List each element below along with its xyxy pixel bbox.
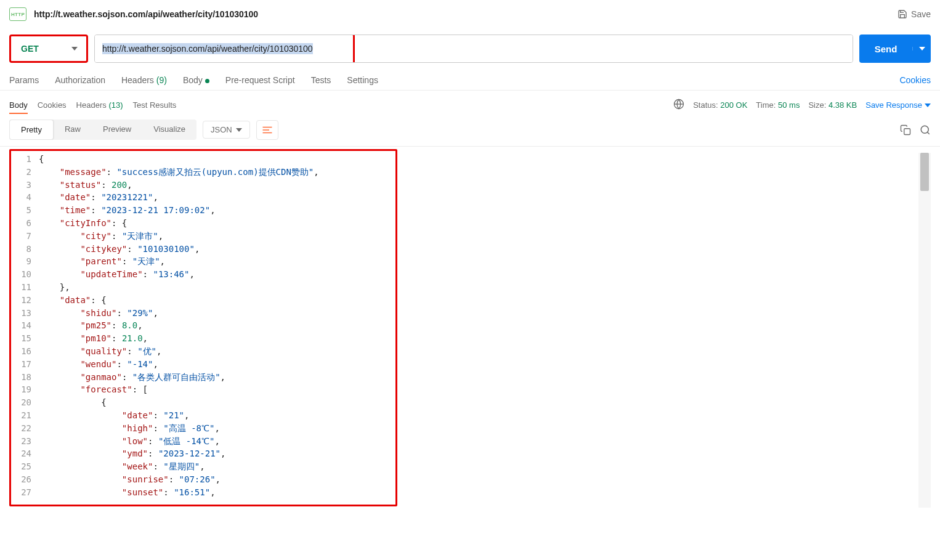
send-dropdown[interactable] [912,47,931,51]
svg-rect-5 [904,128,910,134]
response-tab-test-results[interactable]: Test Results [133,97,177,113]
save-response-link[interactable]: Save Response [865,100,931,110]
wrap-icon [262,126,273,134]
copy-icon[interactable] [900,124,911,136]
fmt-tab-pretty[interactable]: Pretty [9,120,54,140]
status-value: 200 OK [720,100,747,110]
tab-authorization[interactable]: Authorization [55,75,105,85]
chevron-down-icon [71,47,78,51]
tab-params[interactable]: Params [9,75,39,85]
size-label: Size: [808,100,826,110]
format-selector[interactable]: JSON [203,121,250,139]
line-gutter: 1234567891011121314151617181920212223242… [9,153,39,508]
fmt-tab-visualize[interactable]: Visualize [142,120,197,140]
fmt-tab-raw[interactable]: Raw [54,120,92,140]
size-value: 4.38 KB [829,100,857,110]
globe-icon[interactable] [673,99,684,112]
dot-icon [205,79,209,83]
response-bar: Body Cookies Headers (13) Test Results S… [0,91,940,113]
scrollbar-vertical[interactable] [918,153,931,508]
svg-line-7 [927,132,929,134]
time-label: Time: [756,100,776,110]
tab-tests[interactable]: Tests [311,75,331,85]
request-row: GET http://t.weather.sojson.com/api/weat… [0,28,940,69]
save-label: Save [911,9,931,19]
cookies-link[interactable]: Cookies [899,75,931,85]
url-input[interactable] [95,35,853,62]
tab-bar: HTTP http://t.weather.sojson.com/api/wea… [0,0,940,28]
send-button[interactable]: Send [859,34,931,63]
response-body-area: 1234567891011121314151617181920212223242… [9,149,931,508]
scrollbar-thumb[interactable] [920,153,929,191]
chevron-down-icon [925,103,931,107]
wrap-lines-button[interactable] [256,120,278,140]
response-tab-cookies[interactable]: Cookies [38,97,67,113]
method-selector[interactable]: GET [9,34,88,63]
time-value: 50 ms [778,100,800,110]
fmt-tab-preview[interactable]: Preview [92,120,142,140]
method-label: GET [21,44,39,54]
save-button[interactable]: Save [897,9,931,19]
save-icon [897,9,907,19]
chevron-down-icon [919,47,925,51]
svg-point-6 [921,126,928,133]
tab-settings[interactable]: Settings [347,75,378,85]
chevron-down-icon [236,128,242,132]
search-icon[interactable] [920,124,931,136]
status-label: Status: [693,100,718,110]
url-input-wrap: http://t.weather.sojson.com/api/weather/… [94,34,853,63]
tab-headers[interactable]: Headers (9) [121,75,167,85]
response-tab-body[interactable]: Body [9,97,28,113]
response-tab-headers[interactable]: Headers (13) [76,97,123,113]
request-tabs-row: Params Authorization Headers (9) Body Pr… [0,69,940,91]
http-badge-icon: HTTP [9,7,26,21]
tab-body[interactable]: Body [183,75,209,85]
format-bar: Pretty Raw Preview Visualize JSON [0,113,940,147]
send-label: Send [859,44,912,54]
code-content[interactable]: { "message": "success感谢又拍云(upyun.com)提供C… [39,153,931,508]
request-tab-title[interactable]: http://t.weather.sojson.com/api/weather/… [34,9,258,19]
tab-pre-request-script[interactable]: Pre-request Script [225,75,295,85]
